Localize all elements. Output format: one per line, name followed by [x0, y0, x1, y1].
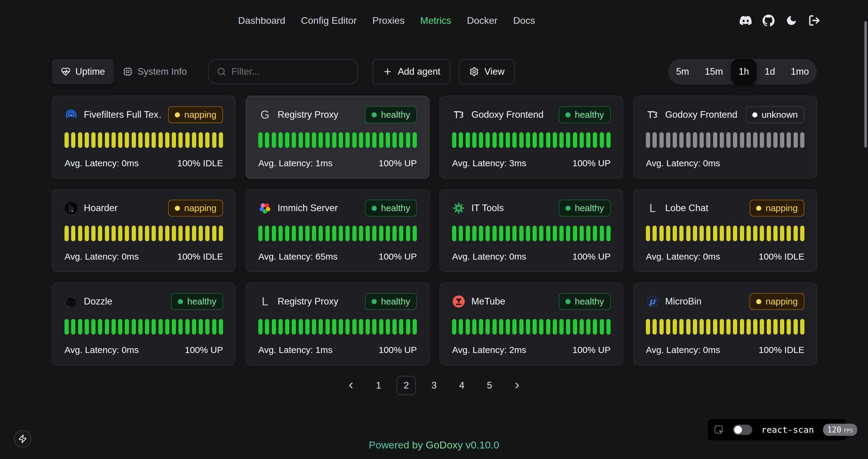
uptime-bars [646, 132, 804, 148]
uptime-bar [760, 226, 764, 241]
uptime-bar [686, 319, 690, 335]
nav-item-metrics[interactable]: Metrics [420, 15, 451, 26]
view-button[interactable]: View [459, 59, 515, 84]
uptime-bar [459, 319, 463, 335]
page-button-2[interactable]: 2 [397, 376, 416, 395]
dozzle-icon [64, 295, 78, 308]
service-card[interactable]: G Registry Proxy healthy Avg. Latency: 1… [246, 96, 430, 178]
quick-actions-button[interactable] [14, 430, 31, 448]
time-range-1d[interactable]: 1d [757, 59, 783, 84]
time-range-1h[interactable]: 1h [731, 59, 757, 84]
service-card[interactable]: L Lobe Chat napping Avg. Latency: 0ms 10… [633, 189, 817, 272]
uptime-bar [700, 226, 704, 241]
service-card[interactable]: Immich Server healthy Avg. Latency: 65ms… [246, 189, 430, 272]
status-label: healthy [187, 296, 216, 306]
status-label: healthy [381, 203, 410, 213]
uptime-bar [486, 226, 490, 241]
service-card[interactable]: MeTube healthy Avg. Latency: 2ms 100% UP [439, 283, 623, 365]
filter-input[interactable] [231, 66, 349, 77]
time-range-15m[interactable]: 15m [697, 59, 731, 84]
nav-item-dashboard[interactable]: Dashboard [238, 15, 285, 26]
page-button-3[interactable]: 3 [424, 376, 444, 395]
time-range-5m[interactable]: 5m [668, 59, 697, 84]
service-name: IT Tools [471, 203, 553, 214]
service-card[interactable]: μ MicroBin napping Avg. Latency: 0ms 100… [633, 283, 817, 365]
add-agent-button[interactable]: Add agent [373, 59, 451, 84]
service-card[interactable]: L Registry Proxy healthy Avg. Latency: 1… [246, 283, 430, 365]
uptime-bar [98, 226, 102, 241]
version-link[interactable]: v0.10.0 [466, 439, 499, 451]
uptime-bar [693, 132, 697, 148]
uptime-bar [753, 319, 757, 335]
uptime-bar [399, 319, 403, 335]
uptime-bar [406, 226, 410, 241]
nav-item-docs[interactable]: Docs [513, 15, 535, 26]
uptime-bar [773, 319, 778, 335]
uptime-bar [192, 226, 196, 241]
service-card[interactable]: Dozzle healthy Avg. Latency: 0ms 100% UP [52, 283, 236, 365]
uptime-bar [312, 319, 316, 335]
nav-item-config-editor[interactable]: Config Editor [301, 15, 357, 26]
status-badge: healthy [365, 106, 417, 123]
previous-page-button[interactable] [341, 376, 361, 395]
nav-item-docker[interactable]: Docker [467, 15, 497, 26]
uptime-bar [379, 132, 383, 148]
status-dot-icon [565, 299, 570, 304]
uptime-bar [646, 319, 650, 335]
discord-icon[interactable] [740, 14, 752, 27]
service-card[interactable]: Hoarder napping Avg. Latency: 0ms 100% I… [52, 189, 236, 272]
react-scan-toggle[interactable] [733, 425, 752, 435]
uptime-bar [285, 319, 289, 335]
status-badge: napping [168, 200, 223, 217]
tab-system-info[interactable]: System Info [114, 59, 196, 84]
uptime-bar [459, 226, 463, 241]
status-badge: napping [749, 293, 804, 310]
uptime-bar [666, 319, 670, 335]
tab-uptime[interactable]: Uptime [52, 59, 114, 84]
nav-item-proxies[interactable]: Proxies [373, 15, 405, 26]
next-page-button[interactable] [507, 376, 527, 395]
uptime-bar [352, 319, 356, 335]
card-header: L Registry Proxy healthy [258, 292, 417, 311]
uptime-bar [352, 226, 356, 241]
time-range-1mo[interactable]: 1mo [783, 59, 817, 84]
page-button-1[interactable]: 1 [369, 376, 388, 395]
github-icon[interactable] [763, 14, 775, 27]
service-card[interactable]: Godoxy Frontend unknown Avg. Latency: 0m… [633, 96, 817, 178]
service-card[interactable]: Godoxy Frontend healthy Avg. Latency: 3m… [439, 96, 623, 178]
metube-icon [452, 295, 465, 308]
uptime-bar [318, 319, 323, 335]
inspect-cursor-icon[interactable] [714, 425, 724, 435]
status-label: healthy [575, 296, 604, 306]
uptime-bar [506, 226, 510, 241]
t3-icon [452, 108, 465, 121]
top-nav: Dashboard Config Editor Proxies Metrics … [238, 0, 535, 41]
uptime-bar [760, 319, 764, 335]
status-badge: napping [168, 106, 223, 123]
uptime-bar [132, 319, 136, 335]
uptime-bar [165, 319, 169, 335]
page-button-5[interactable]: 5 [480, 376, 499, 395]
uptime-percent: 100% UP [378, 345, 417, 355]
page-button-4[interactable]: 4 [452, 376, 471, 395]
avg-latency: Avg. Latency: 0ms [646, 345, 720, 355]
service-name: Dozzle [84, 296, 165, 307]
uptime-bar [720, 319, 724, 335]
moon-icon[interactable] [785, 14, 798, 27]
uptime-bar [607, 319, 611, 335]
uptime-bar [152, 226, 156, 241]
uptime-bar [580, 226, 584, 241]
logout-icon[interactable] [808, 14, 820, 27]
powered-by-label: Powered by [369, 439, 423, 451]
service-card[interactable]: IT Tools healthy Avg. Latency: 0ms 100% … [439, 189, 623, 272]
service-card[interactable]: Fivefilters Full Tex… napping Avg. Laten… [52, 96, 236, 178]
uptime-bar [553, 226, 557, 241]
uptime-bar [272, 319, 276, 335]
scrollbar-thumb[interactable] [864, 21, 867, 147]
avg-latency: Avg. Latency: 1ms [258, 345, 333, 355]
uptime-bar [713, 319, 717, 335]
avg-latency: Avg. Latency: 0ms [64, 345, 138, 355]
godoxy-link[interactable]: GoDoxy [426, 439, 463, 451]
uptime-bar [339, 319, 343, 335]
uptime-bar [172, 132, 176, 148]
